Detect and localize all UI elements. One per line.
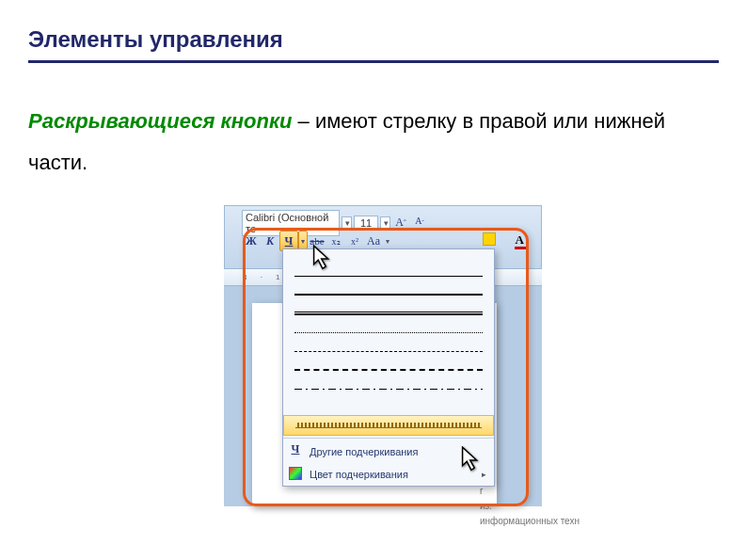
underline-option-dashed[interactable] <box>283 342 494 360</box>
menu-separator <box>283 438 494 439</box>
underline-option-dotted[interactable] <box>283 323 494 342</box>
font-size-combo[interactable]: 11 <box>354 216 378 231</box>
underline-option-long-dash[interactable] <box>283 360 494 379</box>
bold-button[interactable]: Ж <box>242 231 261 251</box>
font-size-dropdown-arrow[interactable]: ▾ <box>380 216 390 230</box>
underline-option-thick[interactable] <box>283 285 494 304</box>
underline-option-blank2[interactable] <box>283 398 494 415</box>
underline-option-solid[interactable] <box>283 266 494 285</box>
wave-sample-icon <box>295 423 482 428</box>
underline-dropdown-menu: Ч Другие подчеркивания Цвет подчеркивани… <box>282 248 495 487</box>
submenu-arrow-icon: ▸ <box>482 470 486 479</box>
color-palette-icon <box>289 467 302 480</box>
italic-button[interactable]: К <box>261 231 279 251</box>
description-paragraph: Раскрывающиеся кнопки – имеют стрелку в … <box>0 63 747 184</box>
underline-color-menu-item[interactable]: Цвет подчеркивания ▸ <box>283 463 494 486</box>
term-highlight: Раскрывающиеся кнопки <box>28 109 293 133</box>
font-color-button[interactable]: A <box>516 232 524 248</box>
underline-icon: Ч <box>289 444 302 457</box>
underline-option-double[interactable] <box>283 304 494 323</box>
underline-option-wave[interactable] <box>283 415 494 436</box>
highlight-color-button[interactable] <box>483 232 496 246</box>
word-screenshot: Calibri (Основной те ▾ 11 ▾ Aˆ Aˇ Ж К Ч … <box>224 205 542 506</box>
grow-font-button[interactable]: Aˆ <box>392 216 409 231</box>
more-underlines-menu-item[interactable]: Ч Другие подчеркивания <box>283 440 494 463</box>
shrink-font-button[interactable]: Aˇ <box>411 216 428 231</box>
underline-option-dash-dot[interactable] <box>283 379 494 398</box>
font-name-dropdown-arrow[interactable]: ▾ <box>342 216 352 230</box>
underline-option-none[interactable] <box>283 249 494 266</box>
underline-color-label: Цвет подчеркивания <box>310 469 408 480</box>
page-title: Элементы управления <box>28 26 719 53</box>
more-underlines-label: Другие подчеркивания <box>310 446 418 457</box>
